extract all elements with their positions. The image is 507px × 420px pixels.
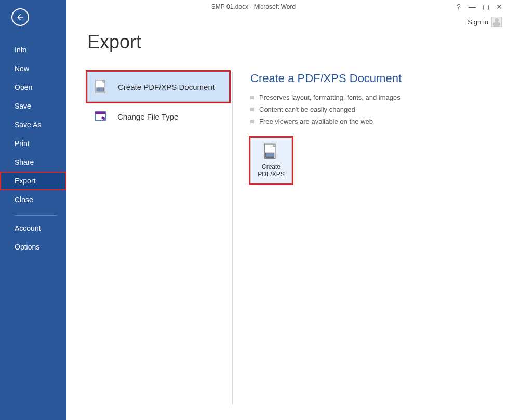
pdf-document-icon: [264, 143, 278, 160]
sidebar-item-print[interactable]: Print: [0, 134, 66, 153]
page-title: Export: [87, 31, 507, 53]
export-detail-panel: Create a PDF/XPS Document Preserves layo…: [233, 72, 507, 183]
sidebar-item-share[interactable]: Share: [0, 153, 66, 172]
backstage-sidebar: Info New Open Save Save As Print Share E…: [0, 0, 66, 420]
sidebar-item-save[interactable]: Save: [0, 97, 66, 115]
sidebar-item-new[interactable]: New: [0, 59, 66, 78]
main-content: Export Create PDF/XPS Document: [66, 0, 507, 420]
sidebar-item-options[interactable]: Options: [0, 238, 66, 256]
detail-title: Create a PDF/XPS Document: [250, 72, 507, 85]
sidebar-item-export[interactable]: Export: [0, 172, 66, 190]
detail-bullet: Content can't be easily changed: [250, 103, 507, 115]
export-option-label: Change File Type: [117, 112, 178, 121]
sidebar-item-close[interactable]: Close: [0, 190, 66, 209]
sidebar-item-open[interactable]: Open: [0, 78, 66, 97]
svg-rect-4: [95, 112, 105, 114]
back-arrow-icon: [16, 12, 25, 22]
pdf-document-icon: [94, 80, 109, 94]
create-pdf-xps-button[interactable]: Create PDF/XPS: [250, 138, 292, 183]
export-option-change-file-type[interactable]: Change File Type: [87, 102, 229, 131]
sidebar-separator: [15, 215, 57, 216]
detail-bullet-list: Preserves layout, formatting, fonts, and…: [250, 91, 507, 127]
svg-rect-2: [97, 88, 104, 91]
sidebar-item-account[interactable]: Account: [0, 219, 66, 238]
create-pdf-xps-label: Create PDF/XPS: [258, 163, 284, 178]
back-button[interactable]: [11, 8, 29, 26]
export-option-list: Create PDF/XPS Document Change File Type: [87, 72, 233, 404]
change-file-type-icon: [94, 109, 108, 124]
export-option-create-pdf-xps[interactable]: Create PDF/XPS Document: [87, 72, 229, 102]
detail-bullet: Free viewers are available on the web: [250, 115, 507, 127]
detail-bullet: Preserves layout, formatting, fonts, and…: [250, 91, 507, 103]
svg-rect-7: [266, 153, 274, 157]
sidebar-item-info[interactable]: Info: [0, 41, 66, 59]
export-option-label: Create PDF/XPS Document: [118, 83, 215, 91]
sidebar-item-save-as[interactable]: Save As: [0, 115, 66, 134]
